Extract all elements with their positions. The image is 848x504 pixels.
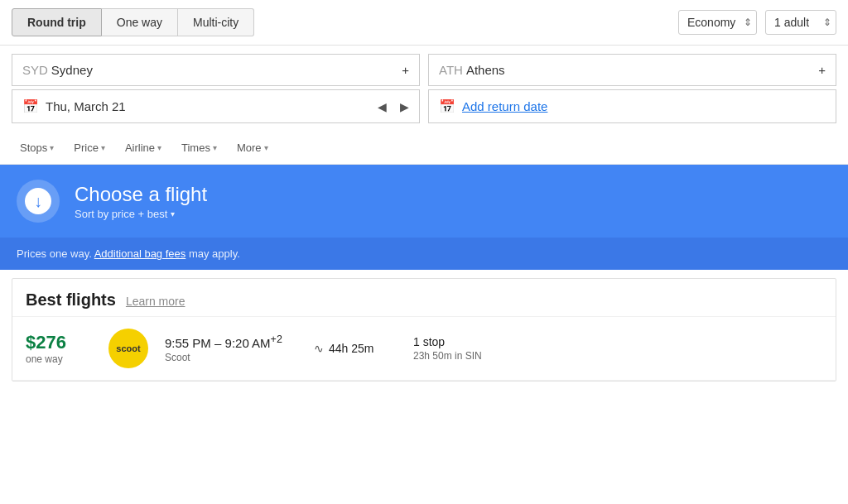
flight-time-range-text: 9:55 PM – 9:20 AM bbox=[165, 336, 271, 350]
prices-notice-text: Prices one way. bbox=[17, 247, 92, 260]
flight-times: 9:55 PM – 9:20 AM+2 Scoot bbox=[165, 334, 297, 363]
filter-times-chevron: ▾ bbox=[213, 143, 217, 152]
calendar-icon-return: 📅 bbox=[439, 98, 455, 114]
destination-plus-icon[interactable]: + bbox=[818, 63, 826, 77]
best-flights-section: Best flights Learn more $276 one way sco… bbox=[12, 278, 836, 382]
duration-text: 44h 25m bbox=[329, 342, 373, 355]
filter-stops-label: Stops bbox=[20, 142, 47, 154]
origin-field[interactable]: SYDSydney + bbox=[12, 54, 420, 86]
best-flights-header: Best flights Learn more bbox=[12, 279, 836, 317]
choose-flight-banner: ↓ Choose a flight Sort by price + best ▾ bbox=[0, 165, 848, 238]
trip-tabs: Round trip One way Multi-city bbox=[12, 8, 254, 36]
price-label: one way bbox=[26, 353, 92, 365]
return-date-field[interactable]: 📅 Add return date bbox=[428, 89, 836, 123]
date-next-button[interactable]: ▶ bbox=[400, 100, 409, 113]
prices-notice: Prices one way. Additional bag fees may … bbox=[0, 238, 848, 270]
origin-code: SYD bbox=[22, 63, 48, 77]
wifi-icon: ∿ bbox=[314, 342, 324, 355]
flight-stops: 1 stop 23h 50m in SIN bbox=[413, 335, 513, 362]
filter-airline-label: Airline bbox=[125, 142, 155, 154]
origin-plus-icon[interactable]: + bbox=[402, 63, 409, 77]
price-amount: $276 bbox=[26, 332, 92, 353]
airline-logo-text: scoot bbox=[116, 343, 140, 353]
filter-stops[interactable]: Stops ▾ bbox=[12, 138, 62, 157]
destination-name: Athens bbox=[466, 63, 505, 77]
filters-row: Stops ▾ Price ▾ Airline ▾ Times ▾ More ▾ bbox=[0, 132, 848, 165]
date-prev-button[interactable]: ◀ bbox=[378, 100, 387, 113]
best-flights-title: Best flights bbox=[26, 290, 116, 310]
stops-detail: 23h 50m in SIN bbox=[413, 350, 513, 362]
origin-name: Sydney bbox=[51, 63, 93, 77]
flight-time-super: +2 bbox=[271, 334, 282, 345]
filter-times[interactable]: Times ▾ bbox=[173, 138, 225, 157]
sort-label: Sort by price + best bbox=[75, 208, 167, 220]
choose-text: Choose a flight Sort by price + best ▾ bbox=[75, 183, 207, 220]
tab-multi-city[interactable]: Multi-city bbox=[178, 8, 254, 36]
trip-type-bar: Round trip One way Multi-city Economy Bu… bbox=[0, 0, 848, 46]
search-fields-container: SYDSydney + ATHAthens + bbox=[0, 46, 848, 86]
filter-price-chevron: ▾ bbox=[101, 143, 105, 152]
arrow-down-icon: ↓ bbox=[25, 188, 51, 214]
destination-field[interactable]: ATHAthens + bbox=[428, 54, 836, 86]
airline-logo: scoot bbox=[108, 329, 148, 368]
prices-notice-suffix: may apply. bbox=[186, 247, 240, 260]
flight-duration: ∿ 44h 25m bbox=[314, 342, 397, 355]
choose-icon-circle: ↓ bbox=[17, 180, 60, 223]
calendar-icon-departure: 📅 bbox=[22, 98, 39, 114]
passengers-selector-wrapper: 1 adult 2 adults bbox=[765, 10, 836, 35]
add-return-date-link[interactable]: Add return date bbox=[462, 99, 547, 113]
sort-row[interactable]: Sort by price + best ▾ bbox=[75, 208, 207, 220]
choose-flight-title: Choose a flight bbox=[75, 183, 207, 206]
flight-airline-name: Scoot bbox=[165, 352, 297, 363]
filter-more-label: More bbox=[237, 142, 262, 154]
stops-text: 1 stop bbox=[413, 335, 513, 348]
destination-display: ATHAthens bbox=[439, 63, 505, 77]
date-fields-container: 📅 Thu, March 21 ◀ ▶ 📅 Add return date bbox=[0, 86, 848, 132]
passengers-selector[interactable]: 1 adult 2 adults bbox=[765, 10, 836, 35]
departure-date-field[interactable]: 📅 Thu, March 21 ◀ ▶ bbox=[12, 89, 420, 123]
bag-fees-link[interactable]: Additional bag fees bbox=[94, 247, 186, 260]
origin-display: SYDSydney bbox=[22, 63, 93, 77]
flight-price: $276 one way bbox=[26, 332, 92, 365]
filter-airline-chevron: ▾ bbox=[157, 143, 161, 152]
sort-chevron: ▾ bbox=[171, 209, 175, 218]
filter-price-label: Price bbox=[74, 142, 99, 154]
table-row[interactable]: $276 one way scoot 9:55 PM – 9:20 AM+2 S… bbox=[12, 317, 836, 381]
filter-stops-chevron: ▾ bbox=[50, 143, 54, 152]
learn-more-link[interactable]: Learn more bbox=[126, 295, 186, 308]
class-selector[interactable]: Economy Business First bbox=[678, 10, 757, 35]
filter-more-chevron: ▾ bbox=[264, 143, 268, 152]
departure-date-label: Thu, March 21 bbox=[46, 99, 126, 113]
destination-code: ATH bbox=[439, 63, 463, 77]
trip-options-right: Economy Business First 1 adult 2 adults bbox=[678, 10, 836, 35]
filter-times-label: Times bbox=[181, 142, 210, 154]
class-selector-wrapper: Economy Business First bbox=[678, 10, 757, 35]
filter-price[interactable]: Price ▾ bbox=[65, 138, 113, 157]
filter-more[interactable]: More ▾ bbox=[229, 138, 277, 157]
filter-airline[interactable]: Airline ▾ bbox=[117, 138, 170, 157]
tab-one-way[interactable]: One way bbox=[102, 8, 178, 36]
date-nav: ◀ ▶ bbox=[378, 100, 409, 113]
app-container: Round trip One way Multi-city Economy Bu… bbox=[0, 0, 848, 504]
flight-time-range: 9:55 PM – 9:20 AM+2 bbox=[165, 334, 297, 350]
tab-round-trip[interactable]: Round trip bbox=[12, 8, 102, 36]
